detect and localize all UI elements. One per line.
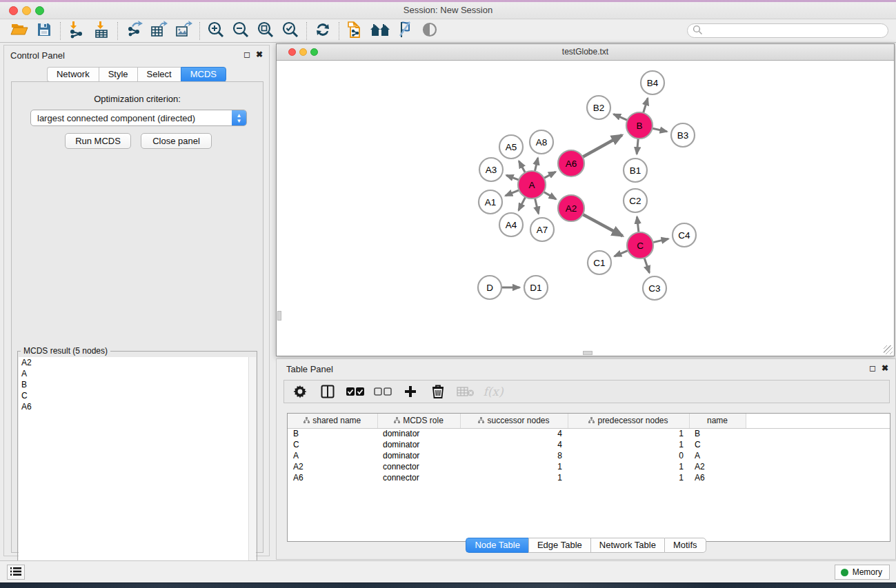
graph-node-D1[interactable]: D1 xyxy=(524,276,548,299)
delete-column-icon[interactable] xyxy=(429,383,447,401)
table-cell[interactable]: dominator xyxy=(377,439,460,450)
mcds-result-item[interactable]: A6 xyxy=(19,401,249,412)
node-table[interactable]: shared nameMCDS rolesuccessor nodesprede… xyxy=(287,413,890,542)
mcds-result-item[interactable]: C xyxy=(19,390,249,401)
table-row[interactable]: Adominator80A xyxy=(288,450,890,461)
graph-edge-A6-B[interactable] xyxy=(581,135,622,158)
graph-node-B4[interactable]: B4 xyxy=(641,71,664,94)
export-network-button[interactable] xyxy=(121,21,146,41)
tab-network-table[interactable]: Network Table xyxy=(590,538,664,553)
close-table-panel-icon[interactable]: ✖ xyxy=(882,364,888,372)
column-header-name[interactable]: name xyxy=(689,414,746,428)
table-cell[interactable]: A2 xyxy=(288,461,377,472)
graph-edge-A2-C[interactable] xyxy=(581,214,622,236)
hide-annotations-button[interactable] xyxy=(392,21,417,41)
graph-node-A5[interactable]: A5 xyxy=(499,135,523,159)
graph-node-C[interactable]: C xyxy=(627,232,653,258)
table-cell[interactable]: 4 xyxy=(460,428,568,439)
table-cell[interactable]: 1 xyxy=(460,461,568,472)
tab-motifs[interactable]: Motifs xyxy=(664,538,706,553)
home-button[interactable] xyxy=(368,21,392,41)
graph-node-B[interactable]: B xyxy=(626,112,653,139)
zoom-window-button[interactable] xyxy=(35,6,44,15)
table-cell[interactable]: 1 xyxy=(568,472,689,483)
table-cell[interactable]: A6 xyxy=(689,472,746,483)
graph-node-C1[interactable]: C1 xyxy=(588,251,611,274)
graph-node-A8[interactable]: A8 xyxy=(530,130,553,154)
table-row[interactable]: A6connector11A6 xyxy=(288,472,890,483)
run-mcds-button[interactable]: Run MCDS xyxy=(65,133,131,149)
zoom-fit-button[interactable] xyxy=(253,21,278,41)
delete-table-icon[interactable] xyxy=(457,383,475,401)
import-network-button[interactable] xyxy=(64,21,89,41)
table-row[interactable]: A2connector11A2 xyxy=(288,461,890,472)
graph-node-A3[interactable]: A3 xyxy=(479,158,503,181)
open-session-button[interactable] xyxy=(7,21,32,41)
table-cell[interactable]: 1 xyxy=(460,472,568,483)
mcds-result-item[interactable]: B xyxy=(19,379,249,390)
network-window-titlebar[interactable]: testGlobe.txt xyxy=(277,44,894,61)
search-input[interactable] xyxy=(687,23,888,38)
table-row[interactable]: Bdominator41B xyxy=(288,428,890,439)
table-cell[interactable]: A6 xyxy=(288,472,377,483)
select-all-icon[interactable] xyxy=(346,383,364,401)
save-session-button[interactable] xyxy=(32,21,57,41)
mcds-result-scrollbar[interactable] xyxy=(248,357,256,587)
mcds-result-item[interactable]: A xyxy=(19,368,249,379)
gear-icon[interactable] xyxy=(291,383,309,401)
refresh-button[interactable] xyxy=(310,21,335,41)
graph-node-C2[interactable]: C2 xyxy=(624,189,647,212)
zoom-out-button[interactable] xyxy=(228,21,253,41)
graph-node-C4[interactable]: C4 xyxy=(673,223,696,247)
tab-network[interactable]: Network xyxy=(47,67,99,82)
export-image-button[interactable] xyxy=(171,21,196,41)
criterion-select[interactable]: largest connected component (directed) ▲… xyxy=(30,110,247,126)
tab-node-table[interactable]: Node Table xyxy=(466,538,528,553)
network-close-button[interactable] xyxy=(288,48,296,56)
tab-select[interactable]: Select xyxy=(137,67,181,82)
graph-node-A6[interactable]: A6 xyxy=(558,150,584,176)
memory-button[interactable]: Memory xyxy=(835,565,890,580)
table-cell[interactable]: connector xyxy=(377,472,460,483)
minimize-window-button[interactable] xyxy=(22,6,31,15)
graph-node-B1[interactable]: B1 xyxy=(624,159,647,182)
table-cell[interactable]: 8 xyxy=(460,450,568,461)
tab-style[interactable]: Style xyxy=(99,67,137,82)
table-cell[interactable]: A xyxy=(689,450,746,461)
table-cell[interactable]: connector xyxy=(377,461,460,472)
table-cell[interactable]: 1 xyxy=(568,461,689,472)
float-panel-icon[interactable]: ◻ xyxy=(243,50,250,59)
table-cell[interactable]: dominator xyxy=(377,450,460,461)
column-header-predecessor-nodes[interactable]: predecessor nodes xyxy=(568,414,689,428)
deselect-all-icon[interactable] xyxy=(374,383,392,401)
graph-node-A7[interactable]: A7 xyxy=(530,218,554,241)
close-window-button[interactable] xyxy=(9,6,18,15)
graph-node-B3[interactable]: B3 xyxy=(671,123,695,147)
resize-grip-icon[interactable] xyxy=(884,345,893,354)
network-from-file-button[interactable] xyxy=(343,21,368,41)
table-cell[interactable]: A xyxy=(288,450,377,461)
graph-node-C3[interactable]: C3 xyxy=(643,276,666,300)
network-vertical-scrollthumb[interactable] xyxy=(277,311,281,321)
function-builder-icon[interactable]: f(x) xyxy=(484,383,502,401)
graph-node-A2[interactable]: A2 xyxy=(558,195,584,221)
zoom-selected-button[interactable] xyxy=(278,21,303,41)
graph-node-A4[interactable]: A4 xyxy=(499,213,523,236)
eye-button[interactable] xyxy=(417,21,442,41)
tab-edge-table[interactable]: Edge Table xyxy=(528,538,590,553)
graph-node-D[interactable]: D xyxy=(478,276,501,299)
import-table-button[interactable] xyxy=(89,21,114,41)
graph-node-A[interactable]: A xyxy=(518,171,546,199)
close-panel-icon[interactable]: ✖ xyxy=(256,50,263,59)
close-panel-button[interactable]: Close panel xyxy=(141,133,212,149)
network-canvas[interactable]: AA1A2A3A4A5A6A7A8BB1B2B3B4CC1C2C3C4DD1 xyxy=(277,61,894,356)
table-cell[interactable]: C xyxy=(288,439,377,450)
column-header-MCDS-role[interactable]: MCDS role xyxy=(377,414,460,428)
network-horizontal-scrollthumb[interactable] xyxy=(583,351,593,355)
table-cell[interactable]: C xyxy=(689,439,746,450)
add-column-icon[interactable] xyxy=(401,383,419,401)
table-cell[interactable]: 1 xyxy=(568,428,689,439)
table-cell[interactable]: B xyxy=(288,428,377,439)
table-cell[interactable]: B xyxy=(689,428,746,439)
network-minimize-button[interactable] xyxy=(299,48,307,56)
